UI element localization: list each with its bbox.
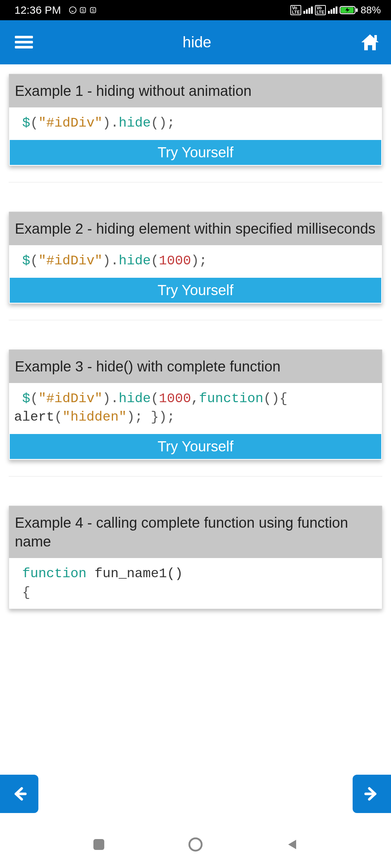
svg-rect-14: [93, 839, 104, 850]
separator: [9, 320, 382, 320]
code-token: function: [22, 566, 87, 581]
home-icon: [360, 33, 380, 52]
code-token: [14, 253, 22, 268]
system-nav-bar: [0, 821, 391, 868]
code-token: [14, 391, 22, 406]
status-bar: 12:36 PM S S VoLTE VoLTE 88%: [0, 0, 391, 20]
code-token: alert: [14, 409, 54, 425]
status-left: 12:36 PM S S: [14, 4, 97, 16]
code-token: fun_name1(): [87, 566, 183, 581]
example-title: Example 3 - hide() with complete functio…: [9, 350, 382, 383]
example-title: Example 2 - hiding element within specif…: [9, 212, 382, 245]
battery-icon: [340, 5, 358, 15]
try-yourself-button[interactable]: Try Yourself: [10, 434, 381, 459]
lte-icon-2: VoLTE: [315, 5, 326, 15]
code-token: [14, 566, 22, 581]
code-token: function: [199, 391, 264, 406]
svg-text:S: S: [92, 8, 95, 13]
code-token: );: [191, 253, 207, 268]
svg-text:S: S: [81, 8, 85, 13]
example-code: $("#idDiv").hide();: [9, 107, 382, 139]
code-token: (){: [263, 391, 295, 406]
back-nav-button[interactable]: [283, 836, 301, 853]
code-token: 1000: [159, 253, 191, 268]
code-token: [14, 115, 22, 131]
try-yourself-button[interactable]: Try Yourself: [10, 278, 381, 303]
content: Example 1 - hiding without animation $("…: [0, 64, 391, 609]
battery-percent: 88%: [361, 4, 381, 16]
code-token: 1000: [159, 391, 191, 406]
svg-rect-9: [15, 41, 33, 43]
svg-rect-6: [356, 8, 358, 12]
status-right: VoLTE VoLTE 88%: [290, 4, 381, 16]
code-token: "#idDiv": [38, 253, 103, 268]
code-token: (: [30, 253, 38, 268]
svg-point-15: [189, 838, 202, 851]
app-icon-1: S: [79, 6, 87, 14]
example-card: Example 2 - hiding element within specif…: [9, 212, 382, 304]
code-token: "#idDiv": [38, 391, 103, 406]
code-token: ,: [191, 391, 199, 406]
code-token: "hidden": [62, 409, 127, 425]
home-button[interactable]: [359, 31, 381, 53]
app-icon-2: S: [89, 6, 97, 14]
arrow-left-icon: [10, 785, 28, 803]
try-yourself-button[interactable]: Try Yourself: [10, 140, 381, 165]
code-token: (: [54, 409, 62, 425]
code-token: $: [22, 115, 30, 131]
code-token: (: [151, 391, 159, 406]
separator: [9, 476, 382, 477]
next-button[interactable]: [353, 775, 391, 813]
code-token: $: [22, 391, 30, 406]
code-token: hide: [119, 253, 151, 268]
code-token: ).: [102, 253, 118, 268]
triangle-left-icon: [286, 838, 298, 851]
status-time: 12:36 PM: [14, 4, 61, 16]
whatsapp-icon: [69, 6, 77, 14]
status-app-icons: S S: [69, 6, 97, 14]
signal-bars-icon-1: [303, 7, 313, 14]
signal-bars-icon-2: [328, 7, 337, 14]
app-header: hide: [0, 20, 391, 64]
example-code: function fun_name1() {: [9, 558, 382, 609]
code-token: (: [151, 253, 159, 268]
code-token: ); });: [127, 409, 175, 425]
code-token: $: [22, 253, 30, 268]
separator: [9, 182, 382, 183]
lte-icon-1: VoLTE: [290, 5, 301, 15]
code-token: ();: [151, 115, 175, 131]
arrow-right-icon: [363, 785, 381, 803]
home-nav-button[interactable]: [187, 836, 204, 853]
prev-button[interactable]: [0, 775, 38, 813]
svg-rect-8: [15, 36, 33, 38]
code-token: hide: [119, 115, 151, 131]
example-card: Example 1 - hiding without animation $("…: [9, 74, 382, 166]
svg-rect-10: [15, 46, 33, 48]
example-card: Example 4 - calling complete function us…: [9, 506, 382, 609]
square-icon: [93, 838, 105, 851]
code-token: (: [30, 391, 38, 406]
code-token: "#idDiv": [38, 115, 103, 131]
recent-apps-button[interactable]: [90, 836, 108, 853]
code-token: hide: [119, 391, 151, 406]
example-title: Example 1 - hiding without animation: [9, 74, 382, 107]
example-code: $("#idDiv").hide(1000,function(){ alert(…: [9, 383, 382, 434]
page-title: hide: [35, 34, 359, 51]
example-title: Example 4 - calling complete function us…: [9, 506, 382, 558]
example-card: Example 3 - hide() with complete functio…: [9, 349, 382, 460]
circle-icon: [188, 837, 203, 852]
code-token: ).: [102, 115, 118, 131]
hamburger-icon: [15, 34, 33, 50]
code-token: {: [14, 585, 30, 600]
svg-rect-11: [374, 35, 377, 40]
code-token: (: [30, 115, 38, 131]
svg-point-0: [70, 7, 76, 13]
example-code: $("#idDiv").hide(1000);: [9, 245, 382, 277]
code-token: ).: [102, 391, 118, 406]
menu-button[interactable]: [13, 31, 35, 53]
